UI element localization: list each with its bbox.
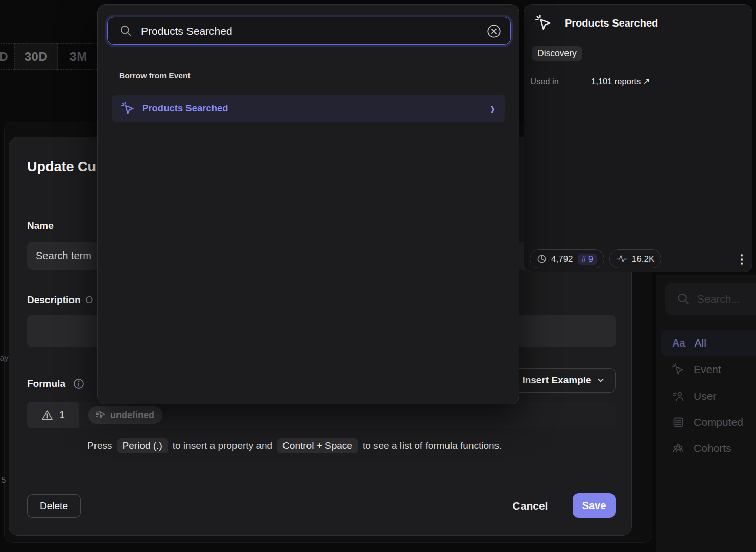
event-icon bbox=[535, 15, 552, 31]
formula-input[interactable]: 1 undefined bbox=[27, 402, 616, 428]
dropdown-search-input[interactable] bbox=[141, 25, 487, 37]
user-icon bbox=[672, 390, 684, 402]
warning-icon bbox=[41, 409, 53, 421]
search-icon bbox=[119, 24, 133, 38]
sidebar-filter-all[interactable]: Aa All bbox=[661, 330, 756, 356]
borrow-from-event-section-label: Borrow from Event bbox=[119, 71, 191, 80]
stat-unique-value: 4,792 bbox=[551, 254, 573, 264]
stat-total-value: 16.2K bbox=[632, 254, 654, 264]
sidebar-filter-label: Event bbox=[694, 363, 721, 376]
sidebar-filter-computed[interactable]: Computed bbox=[661, 409, 756, 435]
cancel-button[interactable]: Cancel bbox=[502, 494, 558, 518]
cohorts-icon bbox=[672, 442, 684, 454]
chevron-right-icon: › bbox=[490, 100, 495, 117]
sidebar-filter-label: All bbox=[695, 337, 706, 349]
time-range-30d[interactable]: 30D bbox=[15, 43, 58, 70]
sidebar-filter-label: User bbox=[694, 390, 716, 402]
event-result-label: Products Searched bbox=[142, 103, 483, 114]
sidebar-filter-event[interactable]: Event bbox=[661, 357, 756, 382]
computed-icon bbox=[672, 416, 684, 428]
activity-pulse-icon bbox=[617, 254, 627, 264]
app-root: D 30D 3M lay 5 Aa All Event bbox=[0, 0, 756, 552]
formula-helper-text: Press Period (.) to insert a property an… bbox=[87, 438, 502, 453]
delete-button[interactable]: Delete bbox=[27, 494, 81, 518]
formula-label: Formula bbox=[27, 378, 85, 390]
modal-title: Update Cu bbox=[27, 159, 96, 175]
event-info-panel: Products Searched Discovery Used in 1,10… bbox=[524, 4, 752, 272]
time-range-7d[interactable]: D bbox=[0, 43, 15, 70]
dropdown-search bbox=[107, 17, 511, 45]
kebab-menu-button[interactable]: ⋮ bbox=[735, 250, 749, 268]
panel-title: Products Searched bbox=[565, 17, 658, 29]
kbd-period: Period (.) bbox=[117, 438, 168, 453]
used-in-reports-link[interactable]: 1,101 reports ↗ bbox=[591, 77, 650, 86]
unique-users-stat[interactable]: 4,792 # 9 bbox=[530, 249, 604, 268]
kbd-control-space: Control + Space bbox=[277, 438, 358, 453]
chip-label: undefined bbox=[110, 410, 154, 421]
search-icon bbox=[677, 292, 690, 306]
sidebar-search[interactable] bbox=[665, 283, 756, 315]
background-text-fragment: lay bbox=[0, 354, 8, 363]
description-optional-fragment: O bbox=[86, 294, 93, 305]
property-search-dropdown: Borrow from Event Products Searched › bbox=[97, 4, 519, 404]
event-icon bbox=[672, 363, 684, 376]
clear-search-button[interactable] bbox=[487, 24, 501, 38]
custom-event-icon bbox=[94, 409, 106, 421]
total-events-stat[interactable]: 16.2K bbox=[609, 249, 662, 268]
info-icon[interactable] bbox=[73, 378, 85, 390]
event-result-products-searched[interactable]: Products Searched › bbox=[112, 95, 505, 122]
time-range-segmented-control: D 30D 3M bbox=[0, 43, 100, 70]
external-link-icon: ↗ bbox=[643, 77, 650, 86]
text-type-icon: Aa bbox=[672, 337, 686, 349]
chevron-down-icon bbox=[597, 376, 605, 384]
formula-warning-indicator[interactable]: 1 bbox=[27, 402, 79, 428]
rank-chip: # 9 bbox=[578, 254, 597, 265]
insert-example-button[interactable]: Insert Example bbox=[511, 368, 616, 393]
property-type-sidebar: Aa All Event User bbox=[656, 275, 756, 552]
formula-undefined-chip[interactable]: undefined bbox=[88, 406, 162, 424]
event-icon bbox=[121, 102, 135, 116]
sidebar-filter-cohorts[interactable]: Cohorts bbox=[661, 435, 756, 461]
sidebar-filter-label: Cohorts bbox=[694, 442, 731, 454]
description-label: DescriptionO bbox=[27, 294, 93, 306]
used-in-label: Used in bbox=[530, 77, 559, 86]
pie-chart-icon bbox=[537, 254, 547, 264]
time-range-3m[interactable]: 3M bbox=[58, 43, 100, 70]
save-button[interactable]: Save bbox=[573, 493, 616, 518]
category-badge: Discovery bbox=[532, 46, 582, 61]
name-label: Name bbox=[27, 220, 54, 232]
sidebar-filter-user[interactable]: User bbox=[661, 383, 756, 409]
sidebar-search-input[interactable] bbox=[697, 293, 756, 305]
warning-count: 1 bbox=[59, 409, 65, 421]
background-axis-fragment: 5 bbox=[1, 475, 6, 486]
sidebar-filter-label: Computed bbox=[694, 416, 743, 428]
